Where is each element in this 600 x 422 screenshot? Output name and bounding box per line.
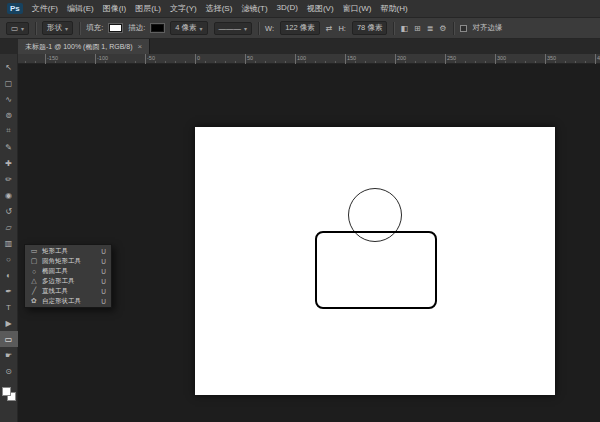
stroke-color-swatch[interactable] bbox=[151, 24, 164, 32]
canvas[interactable] bbox=[195, 127, 555, 395]
healing-brush-tool-icon[interactable]: ✚ bbox=[0, 155, 18, 171]
menu-item[interactable]: 3D(D) bbox=[277, 3, 298, 14]
flyout-item-shortcut: U bbox=[101, 268, 106, 275]
menu-item[interactable]: 帮助(H) bbox=[381, 3, 408, 14]
height-label: H: bbox=[338, 24, 346, 33]
width-input[interactable]: 122 像素 bbox=[280, 21, 320, 35]
gradient-tool-icon[interactable]: ▥ bbox=[0, 235, 18, 251]
menu-item[interactable]: 视图(V) bbox=[307, 3, 334, 14]
path-arrangement-icon[interactable]: ≣ bbox=[427, 24, 434, 33]
ruler-tick: 150 bbox=[345, 54, 356, 64]
stroke-width-select[interactable]: 4 像素 ▾ bbox=[170, 21, 207, 35]
hand-tool-icon[interactable]: ☛ bbox=[0, 347, 18, 363]
flyout-item-custom-shape-tool[interactable]: ✿自定形状工具U bbox=[25, 296, 111, 306]
divider bbox=[35, 22, 36, 35]
ruler-tick: 50 bbox=[245, 54, 253, 64]
height-input[interactable]: 78 像素 bbox=[352, 21, 387, 35]
pasteboard bbox=[18, 64, 600, 422]
document-tab-title: 未标题-1 @ 100% (椭圆 1, RGB/8) bbox=[25, 42, 132, 52]
tool-mode-select[interactable]: 形状 ▾ bbox=[42, 21, 73, 35]
pen-tool-icon[interactable]: ✒ bbox=[0, 283, 18, 299]
flyout-item-label: 直线工具 bbox=[42, 287, 68, 296]
stroke-label: 描边: bbox=[128, 23, 145, 33]
flyout-item-shortcut: U bbox=[101, 248, 106, 255]
flyout-item-rounded-rectangle-tool[interactable]: ▢圆角矩形工具U bbox=[25, 256, 111, 266]
align-edges-label: 对齐边缘 bbox=[473, 23, 503, 33]
ruler-tick: -150 bbox=[45, 54, 58, 64]
flyout-item-rectangle-tool[interactable]: ▭矩形工具U bbox=[25, 246, 111, 256]
shape-tools-flyout-list: ▭矩形工具U▢圆角矩形工具U○椭圆工具U△多边形工具U╱直线工具U✿自定形状工具… bbox=[25, 246, 111, 306]
menu-item[interactable]: 文件(F) bbox=[32, 3, 58, 14]
ruler-tick: 100 bbox=[295, 54, 306, 64]
blur-tool-icon[interactable]: ○ bbox=[0, 251, 18, 267]
chevron-down-icon: ▾ bbox=[21, 25, 24, 32]
tool-options-bar: ▭ ▾ 形状 ▾ 填充: 描边: 4 像素 ▾ ——— ▾ W: 122 像素 … bbox=[0, 18, 600, 39]
flyout-item-ellipse-tool[interactable]: ○椭圆工具U bbox=[25, 266, 111, 276]
menu-item[interactable]: 滤镜(T) bbox=[241, 3, 267, 14]
dodge-tool-icon[interactable]: ◐ bbox=[0, 267, 18, 283]
toolbox-tools: ↖▢∿⊚⌗✎✚✏◉↺▱▥○◐✒T▶▭☛⊙ bbox=[0, 59, 18, 379]
menu-item[interactable]: 图像(I) bbox=[103, 3, 127, 14]
menu-item[interactable]: 编辑(E) bbox=[67, 3, 94, 14]
line-tool-icon: ╱ bbox=[30, 287, 38, 295]
gear-icon[interactable]: ⚙ bbox=[439, 24, 446, 33]
menu-item[interactable]: 图层(L) bbox=[135, 3, 161, 14]
divider bbox=[258, 22, 259, 35]
type-tool-icon[interactable]: T bbox=[0, 299, 18, 315]
chevron-down-icon: ▾ bbox=[200, 25, 203, 32]
zoom-tool-icon[interactable]: ⊙ bbox=[0, 363, 18, 379]
width-label: W: bbox=[265, 24, 274, 33]
path-alignment-icon[interactable]: ⊞ bbox=[414, 24, 421, 33]
ruler-tick: 400 bbox=[595, 54, 600, 64]
marquee-tool-icon[interactable]: ▢ bbox=[0, 75, 18, 91]
menu-item[interactable]: 窗口(W) bbox=[343, 3, 372, 14]
flyout-item-shortcut: U bbox=[101, 258, 106, 265]
menu-item[interactable]: 文字(Y) bbox=[170, 3, 197, 14]
eyedropper-tool-icon[interactable]: ✎ bbox=[0, 139, 18, 155]
menu-item[interactable]: 选择(S) bbox=[206, 3, 233, 14]
rounded-rectangle-tool-icon: ▢ bbox=[30, 257, 38, 265]
ruler-tick: 200 bbox=[395, 54, 406, 64]
quick-selection-tool-icon[interactable]: ⊚ bbox=[0, 107, 18, 123]
flyout-item-shortcut: U bbox=[101, 298, 106, 305]
brush-tool-icon[interactable]: ✏ bbox=[0, 171, 18, 187]
history-brush-tool-icon[interactable]: ↺ bbox=[0, 203, 18, 219]
flyout-item-label: 椭圆工具 bbox=[42, 267, 68, 276]
link-dimensions-icon[interactable]: ⇄ bbox=[326, 24, 333, 33]
move-tool-icon[interactable]: ↖ bbox=[0, 59, 18, 75]
align-edges-checkbox[interactable] bbox=[460, 25, 467, 32]
flyout-item-line-tool[interactable]: ╱直线工具U bbox=[25, 286, 111, 296]
divider bbox=[79, 22, 80, 35]
clone-stamp-tool-icon[interactable]: ◉ bbox=[0, 187, 18, 203]
ellipse-tool-icon: ○ bbox=[30, 268, 38, 275]
document-tab[interactable]: 未标题-1 @ 100% (椭圆 1, RGB/8) × bbox=[18, 39, 150, 54]
polygon-tool-icon: △ bbox=[30, 277, 38, 285]
path-operations-icon[interactable]: ◧ bbox=[400, 24, 408, 33]
ruler-tick: 300 bbox=[495, 54, 506, 64]
close-icon[interactable]: × bbox=[137, 42, 142, 51]
chevron-down-icon: ▾ bbox=[244, 25, 247, 32]
tool-preset-icon: ▭ bbox=[11, 24, 18, 33]
crop-tool-icon[interactable]: ⌗ bbox=[0, 123, 18, 139]
stroke-style-select[interactable]: ——— ▾ bbox=[214, 22, 253, 35]
foreground-color-swatch[interactable] bbox=[2, 387, 11, 396]
document-tab-bar: 未标题-1 @ 100% (椭圆 1, RGB/8) × bbox=[0, 39, 600, 54]
fill-color-swatch[interactable] bbox=[109, 24, 122, 32]
app-logo: Ps bbox=[7, 3, 23, 14]
path-selection-tool-icon[interactable]: ▶ bbox=[0, 315, 18, 331]
stroke-style-sample: ——— bbox=[219, 24, 242, 33]
custom-shape-tool-icon: ✿ bbox=[30, 297, 38, 305]
eraser-tool-icon[interactable]: ▱ bbox=[0, 219, 18, 235]
photoshop-window: Ps 文件(F)编辑(E)图像(I)图层(L)文字(Y)选择(S)滤镜(T)3D… bbox=[0, 0, 600, 422]
rounded-rectangle-shape[interactable] bbox=[315, 231, 437, 309]
ruler-tick: 0 bbox=[195, 54, 200, 64]
flyout-item-polygon-tool[interactable]: △多边形工具U bbox=[25, 276, 111, 286]
lasso-tool-icon[interactable]: ∿ bbox=[0, 91, 18, 107]
tool-preset-picker[interactable]: ▭ ▾ bbox=[6, 22, 29, 35]
tool-mode-value: 形状 bbox=[47, 23, 62, 33]
chevron-down-icon: ▾ bbox=[65, 25, 68, 32]
flyout-item-shortcut: U bbox=[101, 278, 106, 285]
divider bbox=[393, 22, 394, 35]
flyout-item-label: 圆角矩形工具 bbox=[42, 257, 81, 266]
shape-tool-icon[interactable]: ▭ bbox=[0, 331, 18, 347]
